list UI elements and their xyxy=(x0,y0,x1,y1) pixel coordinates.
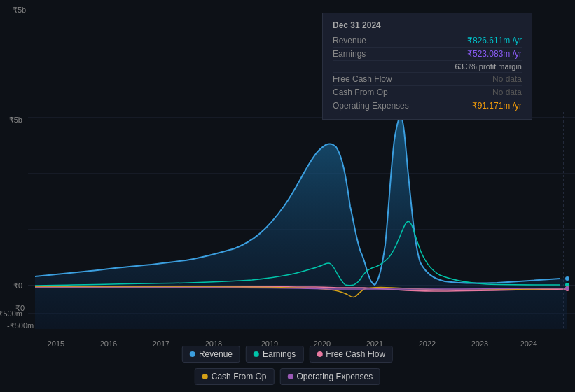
y-label-0: ₹0 xyxy=(13,281,22,290)
tooltip-row-margin: 63.3% profit margin xyxy=(333,61,522,73)
tooltip-value-revenue: ₹826.611m /yr xyxy=(467,36,522,46)
x-label-2016: 2016 xyxy=(100,340,117,348)
legend-dot-opex xyxy=(287,374,293,379)
legend-label-opex: Operating Expenses xyxy=(296,372,373,382)
legend-dot-cashop xyxy=(202,374,208,379)
legend-label-earnings: Earnings xyxy=(263,349,296,359)
legend-label-cashop: Cash From Op xyxy=(212,372,267,382)
tooltip-label-revenue: Revenue xyxy=(333,36,366,46)
legend-label-revenue: Revenue xyxy=(199,349,233,359)
chart-legend: Revenue Earnings Free Cash Flow Cash Fro… xyxy=(144,346,431,385)
legend-earnings[interactable]: Earnings xyxy=(246,346,303,363)
tooltip-title: Dec 31 2024 xyxy=(333,20,522,30)
legend-label-fcf: Free Cash Flow xyxy=(326,349,385,359)
tooltip-value-earnings: ₹523.083m /yr xyxy=(467,49,522,59)
tooltip-label-fcf: Free Cash Flow xyxy=(333,74,392,84)
tooltip-value-margin: 63.3% profit margin xyxy=(455,62,522,71)
y-label-5b: ₹5b xyxy=(9,115,22,124)
tooltip-value-opex: ₹91.171m /yr xyxy=(472,101,522,111)
tooltip-panel: Dec 31 2024 Revenue ₹826.611m /yr Earnin… xyxy=(322,13,532,120)
legend-dot-revenue xyxy=(190,351,195,357)
legend-cashop[interactable]: Cash From Op xyxy=(195,368,275,385)
tooltip-row-cashop: Cash From Op No data xyxy=(333,86,522,99)
tooltip-row-opex: Operating Expenses ₹91.171m /yr xyxy=(333,99,522,112)
x-label-2015: 2015 xyxy=(48,340,64,348)
tooltip-row-fcf: Free Cash Flow No data xyxy=(333,73,522,86)
legend-revenue[interactable]: Revenue xyxy=(182,346,240,363)
tooltip-value-fcf: No data xyxy=(492,74,522,84)
tooltip-label-earnings: Earnings xyxy=(333,49,366,59)
tooltip-label-cashop: Cash From Op xyxy=(333,88,388,97)
legend-dot-fcf xyxy=(317,351,322,357)
legend-dot-earnings xyxy=(254,351,259,357)
y-label-neg: -₹500m xyxy=(0,309,22,318)
legend-fcf[interactable]: Free Cash Flow xyxy=(309,346,393,363)
x-label-2023: 2023 xyxy=(471,340,488,348)
tooltip-value-cashop: No data xyxy=(492,88,522,97)
revenue-end-dot xyxy=(565,276,569,281)
opex-end-dot xyxy=(565,286,569,290)
tooltip-row-earnings: Earnings ₹523.083m /yr xyxy=(333,48,522,61)
tooltip-row-revenue: Revenue ₹826.611m /yr xyxy=(333,34,522,48)
x-label-2024: 2024 xyxy=(520,340,537,348)
legend-opex[interactable]: Operating Expenses xyxy=(279,368,380,385)
tooltip-label-opex: Operating Expenses xyxy=(333,101,409,111)
revenue-area xyxy=(35,117,567,329)
